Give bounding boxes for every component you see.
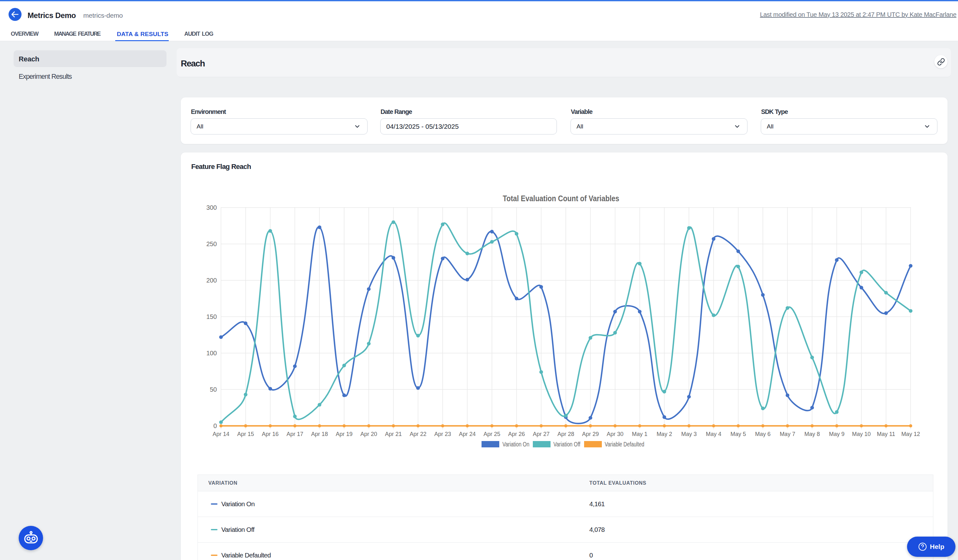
svg-text:May 2: May 2 (657, 431, 672, 437)
svg-text:150: 150 (206, 313, 217, 320)
svg-text:Apr 25: Apr 25 (484, 431, 500, 437)
svg-text:Apr 24: Apr 24 (459, 431, 476, 437)
svg-text:Apr 27: Apr 27 (533, 431, 550, 437)
svg-text:May 11: May 11 (877, 431, 895, 437)
svg-text:200: 200 (206, 277, 217, 284)
svg-text:Apr 16: Apr 16 (262, 431, 279, 437)
svg-text:May 10: May 10 (852, 431, 871, 437)
svg-text:Total Evaluation Count of Vari: Total Evaluation Count of Variables (503, 194, 619, 203)
svg-text:Variation Off: Variation Off (554, 441, 580, 448)
svg-text:0: 0 (213, 422, 217, 429)
svg-text:May 7: May 7 (780, 431, 795, 437)
svg-text:May 3: May 3 (681, 431, 697, 437)
svg-text:Apr 14: Apr 14 (213, 431, 229, 437)
svg-text:Apr 30: Apr 30 (607, 431, 623, 437)
svg-text:May 5: May 5 (730, 431, 746, 437)
svg-text:300: 300 (206, 204, 217, 211)
svg-text:Apr 29: Apr 29 (582, 431, 599, 437)
svg-text:100: 100 (206, 350, 217, 357)
svg-text:50: 50 (210, 386, 217, 393)
svg-text:Apr 15: Apr 15 (237, 431, 254, 437)
svg-text:Apr 19: Apr 19 (336, 431, 352, 437)
svg-text:250: 250 (206, 240, 217, 247)
svg-text:Apr 22: Apr 22 (410, 431, 427, 437)
svg-text:May 8: May 8 (804, 431, 820, 437)
svg-text:Variable Defaulted: Variable Defaulted (605, 441, 644, 448)
svg-text:Apr 26: Apr 26 (508, 431, 525, 437)
svg-text:Apr 18: Apr 18 (311, 431, 328, 437)
svg-text:Apr 28: Apr 28 (558, 431, 574, 437)
svg-text:Apr 20: Apr 20 (360, 431, 377, 437)
svg-text:Apr 21: Apr 21 (385, 431, 402, 437)
svg-text:May 12: May 12 (901, 431, 920, 437)
svg-text:May 6: May 6 (755, 431, 771, 437)
svg-text:May 4: May 4 (706, 431, 721, 437)
svg-text:Variation On: Variation On (503, 441, 529, 448)
svg-text:May 9: May 9 (829, 431, 844, 437)
svg-text:May 1: May 1 (632, 431, 647, 437)
svg-text:Apr 23: Apr 23 (435, 431, 451, 437)
svg-text:Apr 17: Apr 17 (287, 431, 303, 437)
